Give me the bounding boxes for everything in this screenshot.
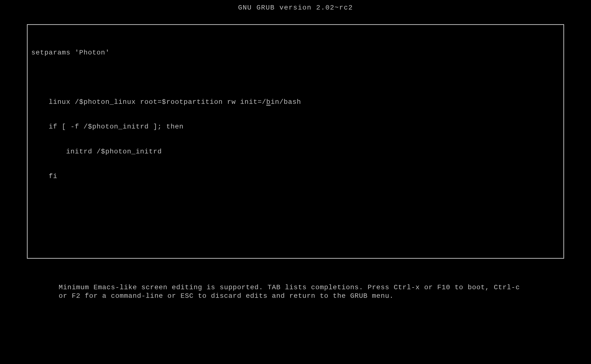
grub-header: GNU GRUB version 2.02~rc2	[0, 0, 591, 24]
editor-line-0[interactable]: setparams 'Photon'	[31, 49, 560, 57]
editor-text: if [ -f /$photon_initrd ]; then	[31, 123, 184, 130]
grub-editor-box[interactable]: setparams 'Photon' linux /$photon_linux …	[27, 24, 564, 259]
editor-line-4[interactable]: initrd /$photon_initrd	[31, 148, 560, 156]
editor-text: in/bash	[271, 98, 301, 106]
help-content: Minimum Emacs-like screen editing is sup…	[59, 284, 520, 300]
editor-line-3[interactable]: if [ -f /$photon_initrd ]; then	[31, 123, 560, 131]
editor-text: initrd /$photon_initrd	[31, 148, 162, 155]
grub-help-text: Minimum Emacs-like screen editing is sup…	[59, 283, 532, 300]
grub-editor-content[interactable]: setparams 'Photon' linux /$photon_linux …	[31, 32, 560, 197]
grub-title: GNU GRUB version 2.02~rc2	[238, 4, 353, 11]
editor-text: fi	[31, 172, 57, 180]
editor-line-2[interactable]: linux /$photon_linux root=$rootpartition…	[31, 98, 560, 106]
editor-text: linux /$photon_linux root=$rootpartition…	[31, 98, 266, 106]
editor-line-1[interactable]	[31, 73, 560, 82]
editor-cursor: b	[266, 98, 271, 106]
editor-text: setparams 'Photon'	[31, 49, 109, 56]
editor-line-5[interactable]: fi	[31, 172, 560, 181]
